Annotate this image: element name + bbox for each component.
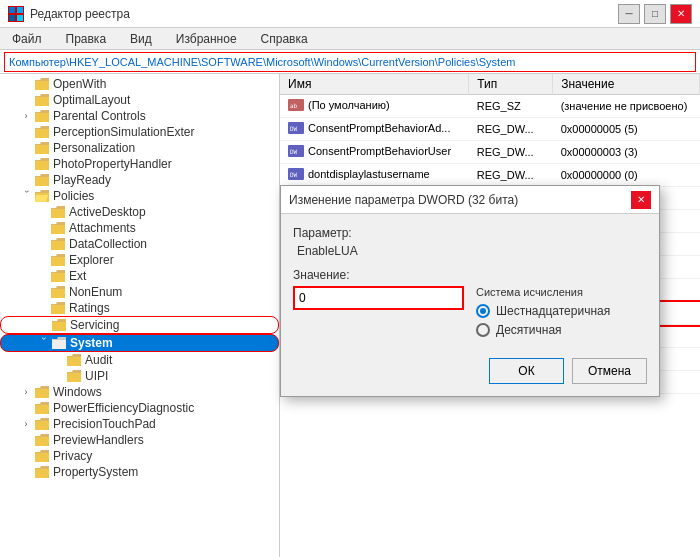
tree-item-propertysystem[interactable]: PropertySystem bbox=[0, 464, 279, 480]
reg-cell-value: 0x00000005 (5) bbox=[553, 118, 700, 141]
tree-item-optimallayout[interactable]: OptimalLayout bbox=[0, 92, 279, 108]
svg-text:DW: DW bbox=[290, 125, 298, 132]
menu-edit[interactable]: Правка bbox=[62, 30, 111, 48]
menu-view[interactable]: Вид bbox=[126, 30, 156, 48]
registry-tree: OpenWith OptimalLayout › Parental Contro… bbox=[0, 74, 280, 557]
close-button[interactable]: ✕ bbox=[670, 4, 692, 24]
col-value[interactable]: Значение bbox=[553, 74, 700, 95]
tree-item-datacollection[interactable]: DataCollection bbox=[0, 236, 279, 252]
tree-label: PreviewHandlers bbox=[53, 433, 144, 447]
folder-icon bbox=[50, 238, 66, 250]
menu-help[interactable]: Справка bbox=[257, 30, 312, 48]
tree-item-activedesktop[interactable]: ActiveDesktop bbox=[0, 204, 279, 220]
folder-icon bbox=[34, 418, 50, 430]
folder-icon bbox=[50, 302, 66, 314]
maximize-button[interactable]: □ bbox=[644, 4, 666, 24]
dword-dialog[interactable]: Изменение параметра DWORD (32 бита) ✕ Па… bbox=[280, 185, 660, 397]
dialog-title-bar: Изменение параметра DWORD (32 бита) ✕ bbox=[281, 186, 659, 214]
tree-label: DataCollection bbox=[69, 237, 147, 251]
table-row[interactable]: DW ConsentPromptBehaviorUser REG_DW... 0… bbox=[280, 141, 700, 164]
svg-rect-1 bbox=[17, 7, 23, 13]
tree-label: NonEnum bbox=[69, 285, 122, 299]
dialog-close-button[interactable]: ✕ bbox=[631, 191, 651, 209]
dialog-param-value: EnableLUA bbox=[293, 244, 647, 258]
tree-label: Parental Controls bbox=[53, 109, 146, 123]
tree-item-photo[interactable]: PhotoPropertyHandler bbox=[0, 156, 279, 172]
tree-item-ext[interactable]: Ext bbox=[0, 268, 279, 284]
folder-icon bbox=[34, 94, 50, 106]
tree-item-system[interactable]: › System bbox=[0, 334, 279, 352]
dialog-number-system: Система исчисления Шестнадцатеричная Дес… bbox=[476, 286, 647, 342]
folder-icon bbox=[34, 158, 50, 170]
folder-icon bbox=[66, 354, 82, 366]
tree-item-attachments[interactable]: Attachments bbox=[0, 220, 279, 236]
tree-item-privacy[interactable]: Privacy bbox=[0, 448, 279, 464]
radio-dec[interactable]: Десятичная bbox=[476, 323, 647, 337]
tree-label: PropertySystem bbox=[53, 465, 138, 479]
expand-arrow bbox=[36, 286, 48, 298]
dialog-ok-button[interactable]: ОК bbox=[489, 358, 564, 384]
reg-cell-type: REG_DW... bbox=[469, 141, 553, 164]
tree-label: Windows bbox=[53, 385, 102, 399]
radio-hex-label: Шестнадцатеричная bbox=[496, 304, 610, 318]
dialog-title: Изменение параметра DWORD (32 бита) bbox=[289, 193, 518, 207]
tree-label: System bbox=[70, 336, 113, 350]
folder-icon bbox=[34, 110, 50, 122]
expand-arrow bbox=[20, 174, 32, 186]
dialog-input-row: Система исчисления Шестнадцатеричная Дес… bbox=[293, 286, 647, 342]
tree-label: PowerEfficiencyDiagnostic bbox=[53, 401, 194, 415]
folder-icon bbox=[34, 434, 50, 446]
tree-item-audit[interactable]: Audit bbox=[0, 352, 279, 368]
reg-cell-name: DW ConsentPromptBehaviorUser bbox=[280, 141, 469, 164]
tree-item-nonenum[interactable]: NonEnum bbox=[0, 284, 279, 300]
expand-arrow bbox=[36, 238, 48, 250]
table-row[interactable]: DW dontdisplaylastusername REG_DW... 0x0… bbox=[280, 164, 700, 187]
tree-item-windows[interactable]: › Windows bbox=[0, 384, 279, 400]
expand-arrow bbox=[20, 402, 32, 414]
tree-label: Ratings bbox=[69, 301, 110, 315]
tree-item-openwith[interactable]: OpenWith bbox=[0, 76, 279, 92]
dialog-value-label: Значение: bbox=[293, 268, 647, 282]
dialog-cancel-button[interactable]: Отмена bbox=[572, 358, 647, 384]
tree-item-power[interactable]: PowerEfficiencyDiagnostic bbox=[0, 400, 279, 416]
menu-file[interactable]: Файл bbox=[8, 30, 46, 48]
tree-label: PhotoPropertyHandler bbox=[53, 157, 172, 171]
table-row[interactable]: DW ConsentPromptBehaviorAd... REG_DW... … bbox=[280, 118, 700, 141]
reg-cell-name: DW dontdisplaylastusername bbox=[280, 164, 469, 187]
col-name[interactable]: Имя bbox=[280, 74, 469, 95]
tree-item-ratings[interactable]: Ratings bbox=[0, 300, 279, 316]
tree-label: Attachments bbox=[69, 221, 136, 235]
tree-item-parental[interactable]: › Parental Controls bbox=[0, 108, 279, 124]
table-row[interactable]: ab (По умолчанию) REG_SZ (значение не пр… bbox=[280, 95, 700, 118]
tree-item-perception[interactable]: PerceptionSimulationExter bbox=[0, 124, 279, 140]
svg-text:DW: DW bbox=[290, 171, 298, 178]
tree-label: Personalization bbox=[53, 141, 135, 155]
tree-label: Policies bbox=[53, 189, 94, 203]
title-bar: Редактор реестра ─ □ ✕ bbox=[0, 0, 700, 28]
tree-label: ActiveDesktop bbox=[69, 205, 146, 219]
reg-cell-name: DW ConsentPromptBehaviorAd... bbox=[280, 118, 469, 141]
menu-favorites[interactable]: Избранное bbox=[172, 30, 241, 48]
reg-cell-value: 0x00000000 (0) bbox=[553, 164, 700, 187]
col-type[interactable]: Тип bbox=[469, 74, 553, 95]
reg-cell-type: REG_SZ bbox=[469, 95, 553, 118]
expand-arrow bbox=[20, 450, 32, 462]
tree-item-uipi[interactable]: UIPI bbox=[0, 368, 279, 384]
radio-hex[interactable]: Шестнадцатеричная bbox=[476, 304, 647, 318]
tree-item-servicing[interactable]: Servicing bbox=[0, 316, 279, 334]
folder-icon bbox=[50, 206, 66, 218]
tree-item-personalization[interactable]: Personalization bbox=[0, 140, 279, 156]
tree-item-previewhandlers[interactable]: PreviewHandlers bbox=[0, 432, 279, 448]
reg-cell-name: ab (По умолчанию) bbox=[280, 95, 469, 118]
tree-item-playready[interactable]: PlayReady bbox=[0, 172, 279, 188]
tree-item-precisiontouch[interactable]: › PrecisionTouchPad bbox=[0, 416, 279, 432]
minimize-button[interactable]: ─ bbox=[618, 4, 640, 24]
expand-arrow bbox=[52, 370, 64, 382]
folder-icon bbox=[50, 254, 66, 266]
tree-label: PlayReady bbox=[53, 173, 111, 187]
tree-item-explorer[interactable]: Explorer bbox=[0, 252, 279, 268]
expand-arrow bbox=[20, 94, 32, 106]
address-input[interactable] bbox=[4, 52, 696, 72]
dialog-value-input[interactable] bbox=[293, 286, 464, 310]
tree-item-policies[interactable]: › Policies bbox=[0, 188, 279, 204]
